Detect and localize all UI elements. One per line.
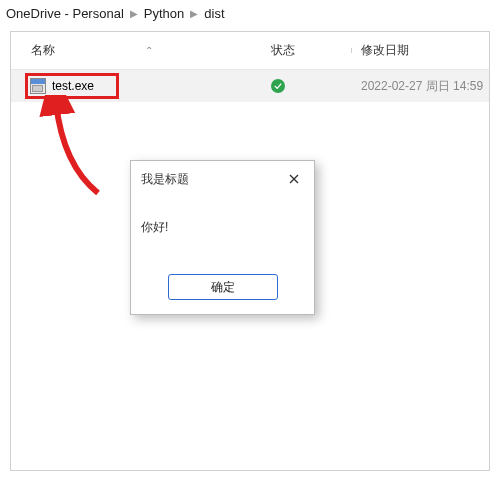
dialog-footer: 确定 (131, 266, 314, 314)
file-date-cell: 2022-02-27 周日 14:59 (361, 78, 489, 95)
close-button[interactable] (284, 169, 304, 189)
chevron-right-icon: ▶ (130, 8, 138, 19)
ok-button[interactable]: 确定 (168, 274, 278, 300)
exe-file-icon (30, 78, 46, 94)
dialog-title-label: 我是标题 (141, 171, 189, 188)
file-status-cell (271, 79, 361, 93)
close-icon (289, 174, 299, 184)
column-header-date[interactable]: 修改日期 (361, 42, 489, 59)
file-row[interactable]: test.exe 2022-02-27 周日 14:59 (11, 70, 489, 102)
file-name-label: test.exe (52, 79, 94, 93)
dialog-body: 你好! (131, 195, 314, 266)
column-header-status[interactable]: 状态 (271, 42, 361, 59)
breadcrumb-item[interactable]: OneDrive - Personal (6, 6, 124, 21)
synced-check-icon (271, 79, 285, 93)
sort-caret-icon: ⌃ (145, 45, 153, 56)
file-date-label: 2022-02-27 周日 14:59 (361, 79, 483, 93)
column-header-label: 名称 (31, 42, 55, 59)
column-header-label: 状态 (271, 43, 295, 57)
breadcrumb-item[interactable]: dist (204, 6, 224, 21)
column-header-row: 名称 ⌃ 状态 修改日期 (11, 32, 489, 70)
breadcrumb-item[interactable]: Python (144, 6, 184, 21)
chevron-right-icon: ▶ (190, 8, 198, 19)
column-header-name[interactable]: 名称 ⌃ (11, 42, 271, 59)
annotation-highlight: test.exe (25, 73, 119, 99)
file-name-cell[interactable]: test.exe (11, 73, 271, 99)
dialog-titlebar[interactable]: 我是标题 (131, 161, 314, 195)
message-dialog: 我是标题 你好! 确定 (130, 160, 315, 315)
column-header-label: 修改日期 (361, 43, 409, 57)
breadcrumb[interactable]: OneDrive - Personal ▶ Python ▶ dist (0, 0, 500, 27)
dialog-message-label: 你好! (141, 220, 168, 234)
